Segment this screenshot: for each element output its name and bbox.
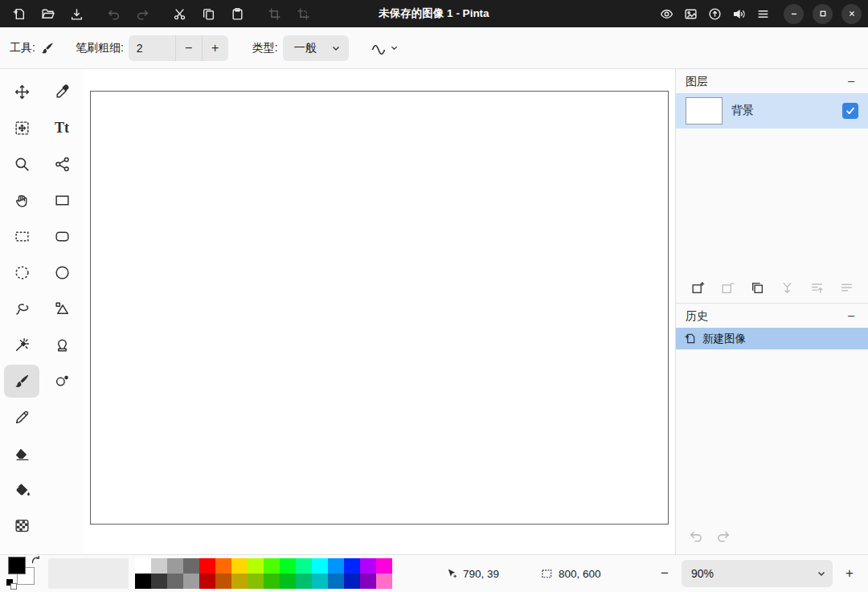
palette-color-swatch[interactable] [199,574,215,589]
copy-button[interactable] [196,3,220,24]
palette-color-swatch[interactable] [167,558,183,574]
stroke-style-button[interactable] [370,40,399,56]
palette-color-swatch[interactable] [199,558,215,574]
palette-color-swatch[interactable] [376,558,392,574]
canvas-area [84,69,675,554]
crop-to-selection-icon [297,7,310,21]
palette-color-swatch[interactable] [135,558,151,574]
layer-row[interactable]: 背景 [676,93,868,129]
eye-dropper-view-button[interactable] [654,3,678,24]
canvas[interactable] [90,91,669,525]
tool-lasso-select[interactable] [4,292,39,325]
swap-colors-icon[interactable] [31,556,42,566]
palette-color-swatch[interactable] [215,574,231,589]
tool-freeform-shape[interactable] [44,292,80,325]
history-collapse-button[interactable]: − [841,308,862,325]
paste-button[interactable] [225,3,249,24]
palette-color-swatch[interactable] [360,574,376,589]
palette-color-swatch[interactable] [296,558,312,574]
tool-paintbrush[interactable] [4,365,39,398]
palette-color-swatch[interactable] [344,558,360,574]
palette-color-swatch[interactable] [360,558,376,574]
palette-color-swatch[interactable] [344,574,360,589]
zoom-in-button[interactable]: + [837,561,862,586]
history-item[interactable]: 新建图像 [676,328,868,349]
open-button[interactable] [35,3,59,24]
palette-color-swatch[interactable] [328,574,344,589]
updates-button[interactable] [702,3,727,24]
cursor-position-value: 790, 39 [463,568,499,580]
layer-visibility-checkbox[interactable] [842,103,858,119]
tool-line-curve[interactable] [44,148,80,181]
layer-properties-icon [840,281,854,295]
brush-type-dropdown[interactable]: 一般 [283,35,349,61]
palette-color-swatch[interactable] [135,574,151,589]
tool-rounded-rectangle[interactable] [44,220,80,253]
tool-pencil[interactable] [4,401,39,434]
tool-ellipse[interactable] [44,256,80,289]
tool-magic-wand[interactable] [4,329,39,361]
undo-redo-group [101,3,154,24]
recent-colors-area[interactable] [48,558,129,589]
zoom-level-dropdown[interactable]: 90% [682,560,833,587]
history-panel-header: 历史 − [676,304,868,328]
palette-color-swatch[interactable] [151,574,167,589]
palette-color-swatch[interactable] [215,558,231,574]
palette-color-swatch[interactable] [328,558,344,574]
palette-color-swatch[interactable] [231,558,248,574]
screenshot-button[interactable] [678,3,702,24]
zoom-out-button[interactable]: − [653,561,677,586]
palette-color-swatch[interactable] [151,558,167,574]
tool-paint-bucket[interactable] [4,473,39,506]
palette-color-swatch[interactable] [312,558,328,574]
brush-width-decrease-button[interactable]: − [175,35,202,61]
eyedropper-icon [54,84,71,100]
tool-ellipse-select[interactable] [4,256,39,289]
duplicate-layer-button[interactable] [747,278,768,299]
tool-eraser[interactable] [4,437,39,470]
tool-rectangle-select[interactable] [4,220,39,253]
tool-pan[interactable] [4,184,39,217]
minimize-button[interactable] [784,4,804,24]
chevron-down-icon [331,43,341,53]
tool-clone-stamp[interactable] [44,329,80,361]
add-layer-button[interactable] [687,278,708,299]
palette-color-swatch[interactable] [248,574,264,589]
tool-move-selection[interactable] [4,112,39,145]
tool-zoom[interactable] [4,148,39,181]
tool-text[interactable]: Tt [44,112,80,145]
tool-move-selected[interactable] [4,76,39,108]
palette-color-swatch[interactable] [280,558,296,574]
reset-colors-icon[interactable] [6,579,18,591]
palette-color-swatch[interactable] [296,574,312,589]
tool-color-picker[interactable] [44,76,80,108]
palette-color-swatch[interactable] [248,558,264,574]
save-button[interactable] [64,3,88,24]
palette-color-swatch[interactable] [264,574,280,589]
palette-color-swatch[interactable] [264,558,280,574]
tool-rectangle[interactable] [44,184,80,217]
tool-recolor[interactable] [44,365,80,398]
palette-color-swatch[interactable] [183,558,199,574]
cut-button[interactable] [167,3,191,24]
main-menu-button[interactable] [751,3,775,24]
primary-color-swatch[interactable] [8,557,26,574]
palette-color-swatch[interactable] [167,574,183,589]
new-image-button[interactable] [6,3,31,24]
tool-gradient[interactable] [4,509,39,542]
palette-color-swatch[interactable] [376,574,392,589]
history-undo-button [689,529,703,543]
brush-width-label: 笔刷粗细: [76,41,124,55]
palette-color-swatch[interactable] [280,574,296,589]
rounded-rectangle-icon [54,228,71,245]
brush-width-input[interactable] [129,35,175,61]
audio-button[interactable] [727,3,751,24]
brush-width-increase-button[interactable]: + [202,35,228,61]
maximize-button[interactable] [813,4,833,24]
layer-name: 背景 [731,104,833,118]
palette-color-swatch[interactable] [183,574,199,589]
layers-collapse-button[interactable]: − [841,73,862,91]
palette-color-swatch[interactable] [312,574,328,589]
palette-color-swatch[interactable] [231,574,248,589]
close-button[interactable] [841,4,862,24]
